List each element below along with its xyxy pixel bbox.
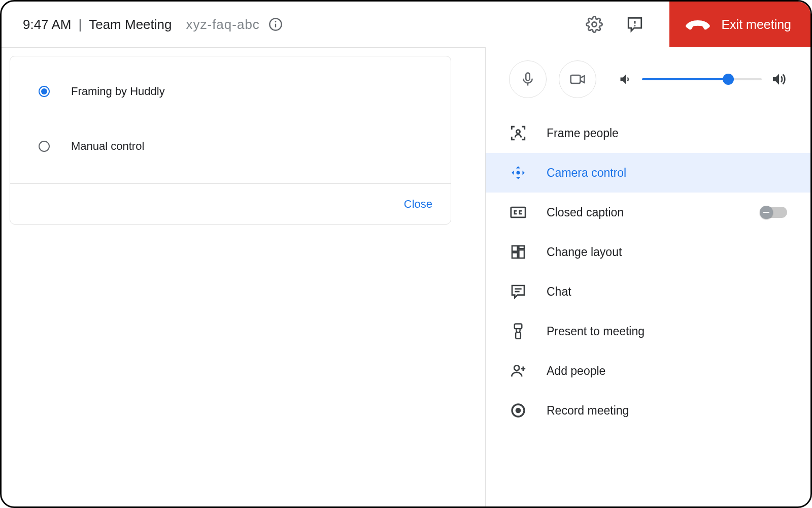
frame-people-icon: [510, 124, 527, 142]
menu-item-chat[interactable]: Chat: [486, 272, 810, 311]
separator: |: [78, 17, 82, 33]
menu-item-change-layout[interactable]: Change layout: [486, 232, 810, 272]
svg-point-24: [516, 408, 521, 414]
hangup-icon: [685, 17, 711, 31]
camera-control-icon: [510, 164, 527, 181]
svg-rect-12: [512, 246, 518, 251]
svg-point-20: [514, 365, 519, 370]
chat-icon: [510, 283, 526, 300]
menu-label: Add people: [547, 364, 605, 378]
menu-label: Present to meeting: [547, 325, 645, 338]
menu-item-present[interactable]: Present to meeting: [486, 311, 810, 351]
info-icon: [268, 17, 283, 31]
svg-rect-6: [526, 73, 530, 81]
closed-caption-icon: [510, 204, 527, 221]
volume-slider[interactable]: [642, 78, 762, 80]
menu-label: Closed caption: [547, 206, 624, 219]
camera-toggle-button[interactable]: [559, 60, 596, 98]
add-people-icon: [510, 362, 527, 379]
av-controls: [486, 60, 810, 113]
exit-meeting-button[interactable]: Exit meeting: [669, 2, 810, 47]
present-icon: [511, 323, 526, 340]
radio-indicator: [39, 86, 50, 97]
header-actions: Exit meeting: [583, 2, 810, 47]
mic-icon: [520, 72, 535, 87]
menu-item-camera-control[interactable]: Camera control: [486, 153, 810, 193]
mic-toggle-button[interactable]: [509, 60, 547, 98]
menu-item-record[interactable]: Record meeting: [486, 391, 810, 430]
menu-label: Chat: [547, 285, 571, 299]
cc-toggle[interactable]: [761, 207, 787, 218]
volume-fill: [642, 78, 728, 80]
radio-option-manual[interactable]: Manual control: [39, 130, 422, 163]
meeting-title: Team Meeting: [89, 17, 172, 33]
menu-label: Frame people: [547, 126, 619, 140]
radio-label: Manual control: [71, 140, 144, 153]
volume-low-icon: [619, 72, 633, 86]
svg-rect-8: [571, 75, 581, 83]
menu-item-closed-caption[interactable]: Closed caption: [486, 193, 810, 232]
settings-button[interactable]: [583, 13, 605, 36]
svg-rect-19: [516, 332, 521, 338]
record-icon: [510, 402, 526, 419]
camera-control-card: Framing by Huddly Manual control Close: [10, 56, 451, 225]
main-area: Framing by Huddly Manual control Close: [2, 47, 486, 506]
radio-indicator: [39, 141, 50, 152]
header-bar: 9:47 AM | Team Meeting xyz-faq-abc Exit …: [2, 2, 810, 47]
gear-icon: [586, 16, 603, 33]
action-menu: Frame people Camera control Closed capti…: [486, 113, 810, 430]
svg-point-3: [592, 22, 597, 26]
svg-rect-15: [512, 252, 518, 258]
radio-option-huddly[interactable]: Framing by Huddly: [39, 75, 422, 108]
videocam-icon: [569, 71, 586, 87]
menu-item-frame-people[interactable]: Frame people: [486, 113, 810, 153]
radio-label: Framing by Huddly: [71, 85, 165, 98]
volume-high-icon: [771, 71, 787, 87]
menu-label: Camera control: [547, 166, 626, 180]
svg-rect-18: [515, 324, 522, 329]
svg-point-9: [516, 130, 520, 134]
close-button[interactable]: Close: [404, 198, 432, 211]
svg-point-10: [516, 171, 520, 174]
side-panel: Frame people Camera control Closed capti…: [486, 47, 810, 506]
feedback-icon: [626, 16, 644, 33]
svg-rect-11: [511, 207, 525, 217]
menu-label: Change layout: [547, 245, 622, 259]
svg-rect-13: [519, 246, 524, 248]
menu-label: Record meeting: [547, 404, 629, 418]
svg-rect-14: [519, 250, 524, 258]
volume-thumb[interactable]: [723, 74, 734, 85]
meeting-code: xyz-faq-abc: [186, 17, 259, 33]
info-button[interactable]: [268, 17, 283, 32]
svg-point-5: [634, 25, 636, 26]
layout-icon: [510, 244, 526, 260]
exit-label: Exit meeting: [721, 17, 791, 32]
svg-point-2: [275, 21, 276, 22]
feedback-button[interactable]: [624, 13, 646, 36]
clock-time: 9:47 AM: [23, 17, 71, 33]
menu-item-add-people[interactable]: Add people: [486, 351, 810, 391]
